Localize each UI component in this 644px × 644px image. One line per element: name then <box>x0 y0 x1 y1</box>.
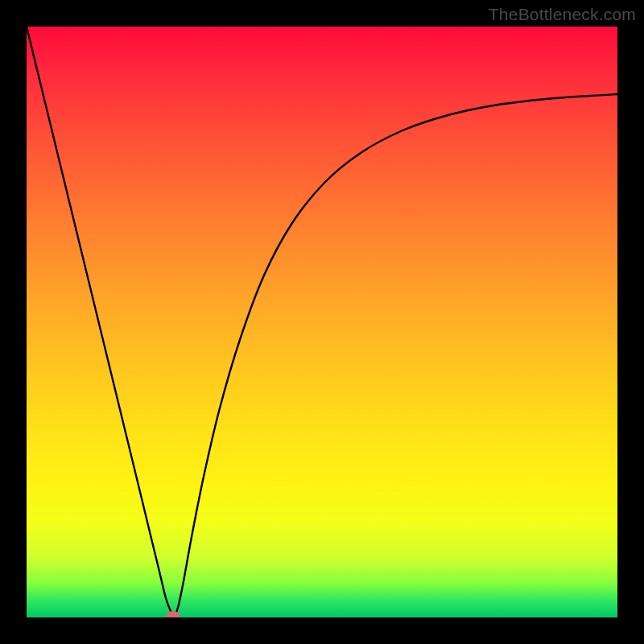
minimum-marker <box>166 611 180 617</box>
chart-frame: TheBottleneck.com <box>0 0 644 644</box>
plot-area <box>27 27 617 617</box>
curve-svg <box>27 27 617 617</box>
watermark-label: TheBottleneck.com <box>489 5 636 24</box>
bottleneck-curve <box>27 27 617 616</box>
